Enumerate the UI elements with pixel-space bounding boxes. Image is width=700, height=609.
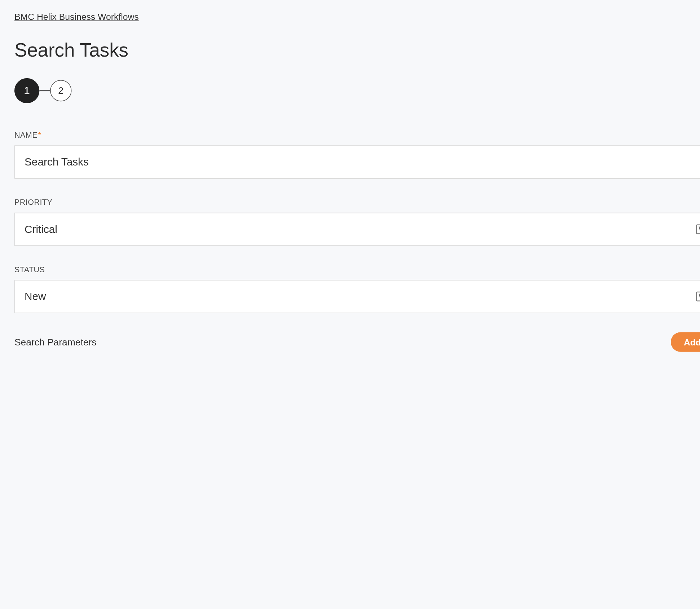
required-star-icon: *: [38, 131, 41, 140]
name-label: NAME*: [14, 131, 700, 140]
stepper: 1 2: [14, 78, 700, 103]
status-input[interactable]: [14, 280, 700, 313]
step-connector: [39, 90, 50, 91]
search-params-title: Search Parameters: [14, 337, 96, 348]
priority-input[interactable]: [14, 213, 700, 246]
name-input[interactable]: [14, 145, 700, 178]
page-title: Search Tasks: [14, 40, 700, 62]
add-button[interactable]: Add: [671, 332, 700, 352]
step-1[interactable]: 1: [14, 78, 39, 103]
status-label: STATUS: [14, 265, 700, 274]
step-2[interactable]: 2: [50, 80, 71, 101]
breadcrumb[interactable]: BMC Helix Business Workflows: [14, 12, 139, 22]
name-label-text: NAME: [14, 131, 38, 140]
priority-label: PRIORITY: [14, 198, 700, 207]
